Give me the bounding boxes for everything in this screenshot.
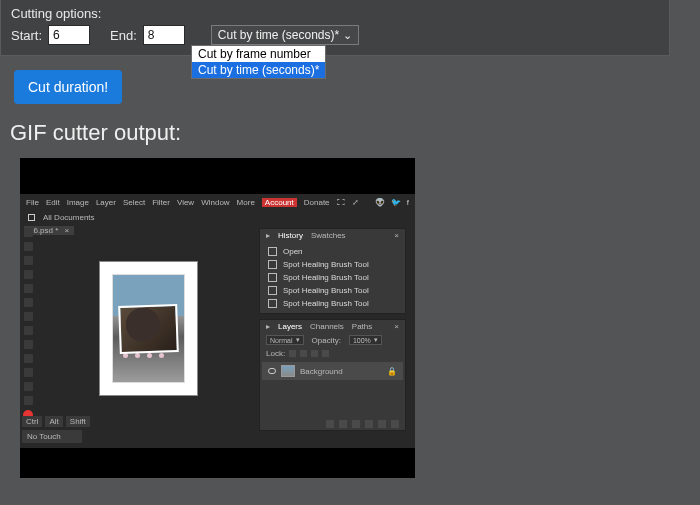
tool-icon	[24, 326, 33, 335]
history-panel: ▸ History Swatches × Open Spot Healing B…	[259, 228, 406, 314]
end-label: End:	[110, 28, 137, 43]
panel-title: Cutting options:	[11, 6, 659, 21]
history-step-icon	[268, 247, 277, 256]
cut-mode-dropdown: Cut by frame number Cut by time (seconds…	[191, 45, 326, 79]
paths-tab: Paths	[352, 322, 372, 331]
tool-icon	[24, 298, 33, 307]
visibility-icon	[268, 368, 276, 374]
history-item: Spot Healing Brush Tool	[283, 260, 369, 269]
panel-close-icon: ×	[394, 231, 399, 240]
opacity-label: Opacity:	[312, 336, 341, 345]
cut-duration-button[interactable]: Cut duration!	[14, 70, 122, 104]
editor-taskbar: Ctrl Alt Shift No Touch	[22, 416, 252, 446]
social-icons: 👽 🐦 f	[375, 198, 409, 207]
opacity-value: 100%▾	[349, 335, 382, 345]
layers-expand-icon: ▸	[266, 322, 270, 331]
lock-label: Lock:	[266, 349, 285, 358]
menu-more: More	[237, 198, 255, 207]
editor-screenshot: File Edit Image Layer Select Filter View…	[20, 194, 415, 448]
select-value: Cut by time (seconds)*	[218, 28, 339, 42]
history-item: Spot Healing Brush Tool	[283, 286, 369, 295]
tools-palette	[22, 228, 34, 420]
output-heading: GIF cutter output:	[10, 120, 690, 146]
gif-preview: File Edit Image Layer Select Filter View…	[20, 158, 415, 478]
start-input[interactable]	[48, 25, 90, 45]
facebook-icon: f	[407, 198, 409, 207]
dropdown-option-frame[interactable]: Cut by frame number	[192, 46, 325, 62]
history-expand-icon: ▸	[266, 231, 270, 240]
layers-tab: Layers	[278, 322, 302, 331]
tool-icon	[24, 228, 33, 237]
menu-edit: Edit	[46, 198, 60, 207]
editor-menu-bar: File Edit Image Layer Select Filter View…	[20, 194, 415, 211]
footer-icon	[365, 420, 373, 428]
canvas	[100, 262, 197, 395]
history-step-icon	[268, 299, 277, 308]
start-label: Start:	[11, 28, 42, 43]
history-step-icon	[268, 286, 277, 295]
footer-icon	[339, 420, 347, 428]
footer-icon	[352, 420, 360, 428]
tool-icon	[24, 368, 33, 377]
modifier-key: Shift	[66, 416, 90, 427]
channels-tab: Channels	[310, 322, 344, 331]
menu-file: File	[26, 198, 39, 207]
lock-icon	[311, 350, 318, 357]
history-item: Spot Healing Brush Tool	[283, 273, 369, 282]
lock-icon	[289, 350, 296, 357]
cut-mode-select[interactable]: Cut by time (seconds)* ⌄	[211, 25, 359, 45]
history-item: Spot Healing Brush Tool	[283, 299, 369, 308]
modifier-key: Alt	[45, 416, 62, 427]
canvas-detail	[123, 353, 164, 358]
tool-icon	[24, 242, 33, 251]
menu-filter: Filter	[152, 198, 170, 207]
chevron-down-icon: ⌄	[343, 29, 352, 42]
history-step-icon	[268, 273, 277, 282]
menu-account: Account	[262, 198, 297, 207]
modifier-key: Ctrl	[22, 416, 42, 427]
panel-close-icon: ×	[394, 322, 399, 331]
documents-icon	[28, 214, 35, 221]
right-panels: ▸ History Swatches × Open Spot Healing B…	[259, 228, 406, 436]
layer-thumbnail	[281, 365, 295, 377]
fullscreen-icon: ⛶	[337, 198, 345, 207]
menu-window: Window	[201, 198, 229, 207]
tool-icon	[24, 354, 33, 363]
blend-mode-select: Normal▾	[266, 335, 304, 345]
history-step-icon	[268, 260, 277, 269]
menu-image: Image	[67, 198, 89, 207]
menu-select: Select	[123, 198, 145, 207]
tool-icon	[24, 270, 33, 279]
close-icon: ×	[65, 226, 70, 235]
touch-label: No Touch	[22, 430, 82, 443]
expand-icon: ⤢	[352, 198, 359, 207]
letterbox-bottom	[20, 448, 415, 478]
tool-icon	[24, 382, 33, 391]
chevron-down-icon: ▾	[296, 336, 300, 344]
layers-panel: ▸ Layers Channels Paths × Normal▾ Opacit…	[259, 319, 406, 431]
dropdown-option-time[interactable]: Cut by time (seconds)*	[192, 62, 325, 78]
cutting-options-panel: Cutting options: Start: End: Cut by time…	[0, 0, 670, 56]
footer-icon	[391, 420, 399, 428]
swatches-tab: Swatches	[311, 231, 346, 240]
tool-icon	[24, 284, 33, 293]
tool-icon	[24, 312, 33, 321]
menu-layer: Layer	[96, 198, 116, 207]
history-tab: History	[278, 231, 303, 240]
lock-icon: 🔒	[387, 367, 397, 376]
tool-icon	[24, 340, 33, 349]
documents-label: All Documents	[43, 213, 95, 222]
lock-icon	[322, 350, 329, 357]
menu-view: View	[177, 198, 194, 207]
layer-row: Background 🔒	[262, 362, 403, 380]
end-input[interactable]	[143, 25, 185, 45]
letterbox-top	[20, 158, 415, 194]
twitter-icon: 🐦	[391, 198, 401, 207]
reddit-icon: 👽	[375, 198, 385, 207]
chevron-down-icon: ▾	[374, 336, 378, 344]
history-item: Open	[283, 247, 303, 256]
footer-icon	[378, 420, 386, 428]
tool-icon	[24, 396, 33, 405]
documents-bar: All Documents	[20, 211, 415, 224]
tool-icon	[24, 256, 33, 265]
